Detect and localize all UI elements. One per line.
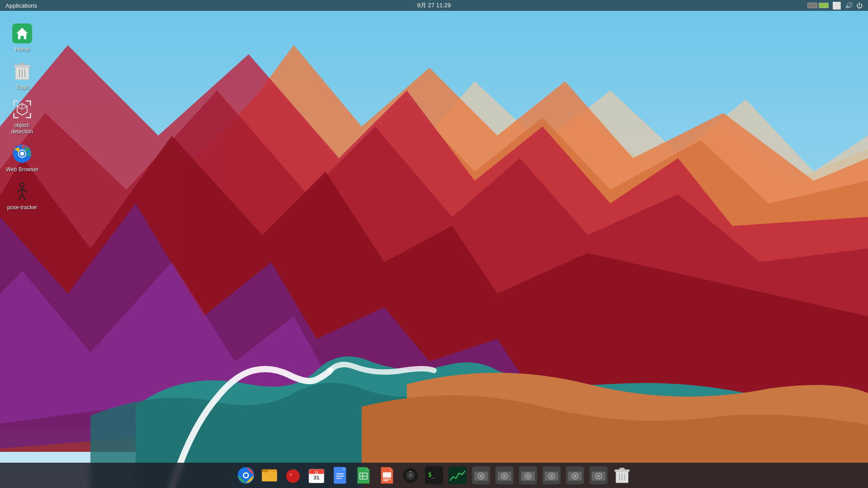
- cam4-icon: [542, 466, 561, 484]
- cam3-icon: [519, 466, 537, 484]
- svg-point-51: [410, 471, 411, 472]
- web-browser-label: Web Browser: [6, 166, 38, 173]
- svg-rect-45: [383, 472, 391, 478]
- svg-point-66: [527, 474, 530, 478]
- dock-item-cam4[interactable]: [541, 465, 562, 486]
- svg-text:31: 31: [314, 474, 320, 480]
- dock-item-cam6[interactable]: [588, 465, 609, 486]
- battery-indicator: [807, 3, 829, 8]
- dock-item-stocks[interactable]: [447, 465, 468, 486]
- taskbar: 31 31: [0, 463, 868, 488]
- desktop-icon-home[interactable]: Home: [2, 20, 42, 55]
- files-icon: [260, 466, 278, 484]
- dock-item-sound[interactable]: [400, 465, 421, 486]
- docs-icon: [331, 466, 349, 484]
- svg-line-20: [22, 189, 27, 192]
- calendar-icon: 31 31: [307, 466, 326, 484]
- dock-item-cam5[interactable]: [564, 465, 586, 486]
- chromium-icon: [237, 466, 255, 484]
- desktop-icon-object-detection[interactable]: object-detection: [2, 96, 42, 137]
- object-detection-label: object-detection: [4, 122, 41, 135]
- news-icon: [378, 466, 396, 484]
- topbar-datetime: 9月 27 11:29: [417, 1, 451, 9]
- dock-item-docs[interactable]: [329, 465, 351, 486]
- window-button-1[interactable]: ⬜: [832, 1, 841, 10]
- svg-point-16: [20, 151, 24, 155]
- cam2-icon: [495, 466, 514, 484]
- svg-point-78: [597, 474, 600, 478]
- svg-rect-4: [19, 63, 25, 66]
- power-icon[interactable]: ⏻: [856, 2, 863, 9]
- svg-point-30: [289, 473, 292, 476]
- topbar: Applications 9月 27 11:29 ⬜ 🔊 ⏻: [0, 0, 868, 11]
- cam6-icon: [590, 466, 608, 484]
- object-detection-icon: [11, 99, 33, 120]
- svg-point-29: [286, 469, 300, 483]
- svg-text:$_: $_: [428, 471, 436, 479]
- dock-item-pomodoro[interactable]: [282, 465, 304, 486]
- svg-line-11: [22, 107, 27, 109]
- svg-point-70: [550, 474, 553, 478]
- svg-point-50: [409, 474, 412, 477]
- topbar-right: ⬜ 🔊 ⏻: [807, 1, 863, 10]
- svg-point-17: [20, 183, 24, 187]
- battery-seg-1: [807, 3, 817, 8]
- trash-label: Trash: [15, 84, 29, 90]
- svg-rect-27: [262, 472, 277, 482]
- volume-icon[interactable]: 🔊: [845, 2, 853, 9]
- home-icon: [11, 23, 33, 44]
- topbar-left: Applications: [5, 2, 37, 9]
- dock-item-cam2[interactable]: [494, 465, 515, 486]
- desktop-icon-web-browser[interactable]: Web Browser: [2, 140, 42, 175]
- svg-line-22: [22, 194, 25, 200]
- dock-item-calendar[interactable]: 31 31: [306, 465, 327, 486]
- dock-item-trash[interactable]: [611, 465, 633, 486]
- trash-icon: [11, 61, 33, 82]
- desktop-icon-pose-tracker[interactable]: pose-tracker: [2, 178, 42, 213]
- sheets-icon: [354, 466, 373, 484]
- dock-item-terminal[interactable]: $_: [423, 465, 445, 486]
- cam5-icon: [566, 466, 584, 484]
- trash-dock-icon: [613, 466, 631, 484]
- svg-rect-81: [620, 468, 625, 470]
- dock-item-sheets[interactable]: [353, 465, 374, 486]
- home-label: Home: [15, 46, 29, 52]
- dock-item-news[interactable]: [376, 465, 398, 486]
- pose-tracker-label: pose-tracker: [7, 204, 38, 211]
- wallpaper: [0, 0, 868, 488]
- svg-line-21: [19, 194, 22, 200]
- dock-item-cam1[interactable]: [470, 465, 492, 486]
- battery-seg-2: [819, 3, 829, 8]
- dock-item-chromium[interactable]: [235, 465, 257, 486]
- desktop-icon-trash[interactable]: Trash: [2, 58, 42, 93]
- svg-line-10: [17, 107, 22, 109]
- terminal-icon: $_: [425, 466, 443, 484]
- svg-point-74: [574, 474, 577, 478]
- dock-item-files[interactable]: [259, 465, 280, 486]
- svg-point-58: [480, 474, 483, 478]
- pose-tracker-icon: [11, 181, 33, 202]
- pomodoro-icon: [284, 466, 302, 484]
- svg-point-62: [503, 474, 506, 478]
- svg-text:31: 31: [315, 471, 318, 474]
- dock-item-cam3[interactable]: [517, 465, 539, 486]
- stocks-icon: [448, 466, 467, 484]
- cam1-icon: [472, 466, 490, 484]
- svg-rect-28: [262, 469, 268, 473]
- applications-menu[interactable]: Applications: [5, 2, 37, 9]
- web-browser-icon: [11, 143, 33, 164]
- sound-icon: [401, 466, 420, 484]
- svg-line-19: [17, 189, 22, 192]
- desktop-icons: Home Trash: [0, 15, 44, 218]
- svg-point-25: [244, 474, 248, 477]
